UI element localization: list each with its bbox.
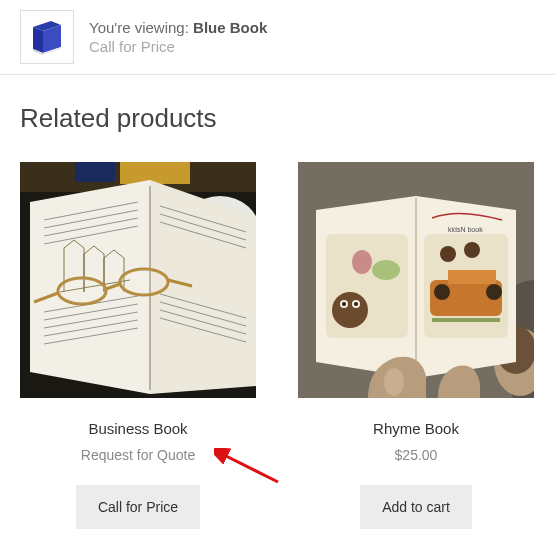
svg-point-51	[352, 250, 372, 274]
related-section: Related products Mediati	[0, 75, 555, 543]
blue-book-icon	[27, 17, 67, 57]
product-card[interactable]: kidsN book Rhyme Book $25.00 Add to cart	[298, 162, 534, 529]
viewing-product-name: Blue Book	[193, 19, 267, 36]
related-heading: Related products	[20, 103, 535, 134]
svg-point-58	[464, 242, 480, 258]
svg-rect-8	[75, 162, 115, 182]
product-image-rhyme-book: kidsN book	[298, 162, 534, 398]
viewing-bar: You're viewing: Blue Book Call for Price	[0, 0, 555, 75]
viewing-text: You're viewing: Blue Book Call for Price	[89, 19, 267, 55]
svg-point-37	[120, 269, 168, 295]
svg-point-54	[434, 284, 450, 300]
product-price: $25.00	[298, 447, 534, 463]
product-subtitle: Request for Quote	[20, 447, 256, 463]
products-grid: Mediati	[20, 162, 535, 529]
svg-point-61	[384, 368, 404, 396]
product-title: Rhyme Book	[298, 420, 534, 437]
svg-rect-56	[448, 270, 496, 284]
svg-text:kidsN book: kidsN book	[448, 226, 483, 233]
svg-point-55	[486, 284, 502, 300]
svg-rect-59	[432, 318, 500, 322]
viewing-price: Call for Price	[89, 38, 267, 55]
viewing-thumbnail[interactable]	[20, 10, 74, 64]
call-for-price-button[interactable]: Call for Price	[76, 485, 200, 529]
product-title: Business Book	[20, 420, 256, 437]
svg-point-36	[58, 278, 106, 304]
svg-rect-7	[120, 162, 190, 184]
viewing-line: You're viewing: Blue Book	[89, 19, 267, 36]
svg-point-57	[440, 246, 456, 262]
add-to-cart-button[interactable]: Add to cart	[360, 485, 472, 529]
viewing-prefix: You're viewing:	[89, 19, 193, 36]
svg-point-49	[354, 302, 358, 306]
product-image-business-book: Mediati	[20, 162, 256, 398]
svg-point-50	[372, 260, 400, 280]
product-card[interactable]: Mediati	[20, 162, 256, 529]
svg-marker-1	[33, 27, 43, 53]
svg-point-45	[332, 292, 368, 328]
svg-point-48	[342, 302, 346, 306]
